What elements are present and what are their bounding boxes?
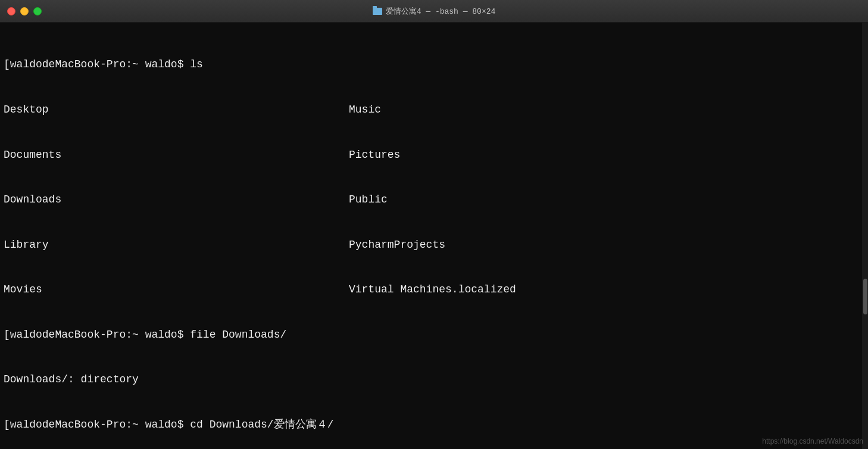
terminal-line-3: Documents Pictures	[4, 148, 864, 163]
col-virtual: Virtual Machines.localized	[349, 282, 864, 297]
scrollbar[interactable]	[862, 23, 868, 449]
col-music: Music	[349, 102, 864, 117]
col-pycharm: PycharmProjects	[349, 238, 864, 252]
maximize-button[interactable]	[33, 7, 42, 15]
terminal-line-1: [waldodeMacBook-Pro:~ waldo$ ls	[4, 57, 864, 72]
window-title: 爱情公寓4 — -bash — 80×24	[386, 6, 496, 17]
terminal-line-6: Movies Virtual Machines.localized	[4, 282, 864, 297]
terminal-line-7: [waldodeMacBook-Pro:~ waldo$ file Downlo…	[4, 328, 864, 342]
folder-icon	[373, 8, 382, 15]
col-library: Library	[4, 238, 349, 252]
watermark: https://blog.csdn.net/Waldocsdn	[762, 437, 863, 445]
close-button[interactable]	[7, 7, 15, 15]
title-bar-text: 爱情公寓4 — -bash — 80×24	[373, 6, 496, 17]
terminal-line-4: Downloads Public	[4, 192, 864, 207]
terminal-line-8: Downloads/: directory	[4, 372, 864, 387]
scrollbar-thumb[interactable]	[863, 279, 867, 314]
terminal-line-9: [waldodeMacBook-Pro:~ waldo$ cd Download…	[4, 417, 864, 432]
col-desktop: Desktop	[4, 102, 349, 117]
terminal-line-2: Desktop Music	[4, 102, 864, 117]
title-bar: 爱情公寓4 — -bash — 80×24	[0, 0, 868, 23]
terminal-content: [waldodeMacBook-Pro:~ waldo$ ls Desktop …	[4, 27, 864, 449]
terminal-line-5: Library PycharmProjects	[4, 238, 864, 252]
col-movies: Movies	[4, 282, 349, 297]
col-pictures: Pictures	[349, 148, 864, 163]
col-documents: Documents	[4, 148, 349, 163]
col-public: Public	[349, 192, 864, 207]
col-downloads: Downloads	[4, 192, 349, 207]
terminal-body[interactable]: [waldodeMacBook-Pro:~ waldo$ ls Desktop …	[0, 23, 868, 449]
traffic-lights	[7, 7, 42, 15]
minimize-button[interactable]	[20, 7, 29, 15]
